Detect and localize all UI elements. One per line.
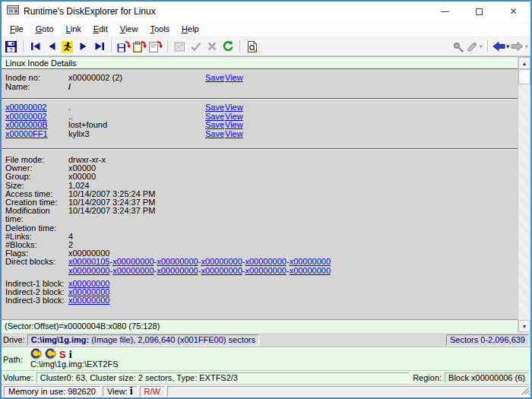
back-button[interactable]: ▾ xyxy=(492,38,511,55)
block-link[interactable]: x00000000 xyxy=(68,296,518,305)
scrollbar-track[interactable] xyxy=(518,84,530,320)
table-row: x00000002 . Save View xyxy=(5,103,518,112)
view-link[interactable]: View xyxy=(225,74,518,83)
svg-text:?: ? xyxy=(9,46,13,52)
sector-offset-status: (Sector:Offset)=x0000004B:x080 (75:128) xyxy=(2,319,518,332)
app-icon xyxy=(7,5,19,18)
menu-goto[interactable]: Goto xyxy=(30,22,60,36)
entry-name: . xyxy=(68,103,205,112)
forward-arrow-icon xyxy=(511,41,524,52)
inode-link[interactable]: x00000FF1 xyxy=(5,130,68,139)
save-link[interactable]: Save xyxy=(205,103,225,112)
scroll-down-button[interactable]: ▼ xyxy=(518,320,530,332)
block-link[interactable]: x00000000 xyxy=(290,266,331,275)
go-last-icon xyxy=(93,41,106,52)
copy-to-file-button[interactable] xyxy=(116,38,131,55)
save-link[interactable]: Save xyxy=(205,121,225,130)
cancel-button-disabled[interactable] xyxy=(204,38,220,55)
menu-link[interactable]: Link xyxy=(60,22,87,36)
drive-node-icon[interactable] xyxy=(30,348,42,361)
view-link[interactable]: View xyxy=(225,121,518,130)
close-button[interactable]: ✕ xyxy=(496,2,530,21)
menu-help[interactable]: Help xyxy=(176,22,205,36)
inode-properties-section: File mode:drwxr-xr-x Owner:x00000 Group:… xyxy=(2,150,518,319)
block-link[interactable]: x00000000 xyxy=(290,257,331,266)
copy-as-text-icon xyxy=(149,41,163,52)
title-bar: Runtime's DiskExplorer for Linux ✕ xyxy=(2,2,530,21)
scroll-up-button[interactable]: ▲ xyxy=(518,57,530,69)
view-link[interactable]: View xyxy=(225,103,518,112)
app-window: Runtime's DiskExplorer for Linux ✕ File … xyxy=(0,0,532,399)
search-button-disabled[interactable] xyxy=(450,38,466,55)
vertical-scrollbar[interactable]: ▲ ▼ xyxy=(518,57,530,332)
forward-button-disabled[interactable]: ▾ xyxy=(510,38,529,55)
superblock-icon[interactable]: S xyxy=(59,350,66,359)
paste-image-button-disabled[interactable] xyxy=(172,38,188,55)
scroll-down-icon: ▼ xyxy=(522,324,527,329)
block-link[interactable]: x00000105 xyxy=(68,257,109,266)
print-preview-button[interactable] xyxy=(244,38,260,55)
go-next-button[interactable] xyxy=(75,38,91,55)
save-link[interactable]: Save xyxy=(205,74,225,83)
save-button[interactable]: ? xyxy=(3,38,19,55)
check-icon xyxy=(190,41,201,52)
indirect3-label: Indirect-3 block: xyxy=(5,296,68,305)
property-value: x00000 xyxy=(68,173,518,181)
go-first-button[interactable] xyxy=(27,38,43,55)
inode-link[interactable]: x0000000B xyxy=(5,121,68,130)
resize-grip-icon[interactable] xyxy=(521,386,530,397)
sectors-panel: Sectors 0-2,096,639 xyxy=(446,334,529,346)
copy-to-clipboard-button[interactable] xyxy=(131,38,147,55)
block-link[interactable]: x00000000 xyxy=(112,257,154,266)
scrollbar-thumb[interactable] xyxy=(518,69,530,84)
goto-runner-button[interactable] xyxy=(59,38,75,55)
property-value: 10/14/2007 3:24:37 PM xyxy=(68,207,518,223)
maximize-button[interactable] xyxy=(462,2,496,21)
window-title: Runtime's DiskExplorer for Linux xyxy=(24,6,156,17)
block-link[interactable]: x00000000 xyxy=(68,266,109,275)
view-link[interactable]: View xyxy=(225,130,518,139)
block-link[interactable]: x00000000 xyxy=(68,280,518,288)
x-icon xyxy=(207,41,217,52)
block-link[interactable]: x00000000 xyxy=(201,257,242,266)
view-link[interactable]: View xyxy=(225,112,518,122)
go-next-icon xyxy=(78,41,89,52)
partition-node-icon[interactable] xyxy=(45,348,56,361)
inode-link[interactable]: x00000002 xyxy=(5,103,68,112)
toolbar-separator xyxy=(111,40,112,52)
menu-edit[interactable]: Edit xyxy=(87,22,114,36)
block-link[interactable]: x00000000 xyxy=(68,288,518,296)
toolbar-separator xyxy=(487,40,488,52)
block-link[interactable]: x00000000 xyxy=(245,266,287,275)
block-link[interactable]: x00000000 xyxy=(245,257,287,266)
copy-as-text-button[interactable] xyxy=(147,38,163,55)
property-value: drwxr-xr-x xyxy=(68,156,518,164)
save-link[interactable]: Save xyxy=(205,130,225,139)
drive-info-panel: C:\img\1g.img: (Image file), 2,096,640 (… xyxy=(27,334,259,346)
block-link[interactable]: x00000000 xyxy=(112,266,154,275)
block-link[interactable]: x00000000 xyxy=(201,266,242,275)
view-mode-icon: i xyxy=(130,386,133,396)
go-previous-button[interactable] xyxy=(43,38,59,55)
refresh-button[interactable] xyxy=(220,38,236,55)
highlighter-icon xyxy=(467,41,478,52)
highlight-button-disabled[interactable]: ▾ xyxy=(466,38,483,55)
minimize-button[interactable] xyxy=(428,2,462,21)
inode-details-pane: Linux Inode Details Inode no: x00000002 … xyxy=(2,56,530,332)
menu-tools[interactable]: Tools xyxy=(144,22,176,36)
block-link[interactable]: x00000000 xyxy=(157,257,198,266)
menu-view[interactable]: View xyxy=(114,22,144,36)
region-panel: Block x00000006 (6) xyxy=(445,372,529,383)
copy-to-file-icon xyxy=(117,41,131,52)
volume-bar: Volume: Cluster0: 63, Cluster size: 2 se… xyxy=(2,370,530,384)
table-row: x00000FF1 kylix3 Save View xyxy=(5,130,518,139)
confirm-button-disabled[interactable] xyxy=(188,38,204,55)
inode-no-label: Inode no: xyxy=(5,74,68,83)
direct-blocks-label: Direct blocks: xyxy=(5,258,68,266)
go-last-button[interactable] xyxy=(91,38,107,55)
inode-info-icon[interactable]: i xyxy=(69,350,72,359)
menu-file[interactable]: File xyxy=(4,22,30,36)
drive-bar: Drive: C:\img\1g.img: (Image file), 2,09… xyxy=(2,332,530,347)
go-previous-icon xyxy=(46,41,57,52)
block-link[interactable]: x00000000 xyxy=(157,266,198,275)
